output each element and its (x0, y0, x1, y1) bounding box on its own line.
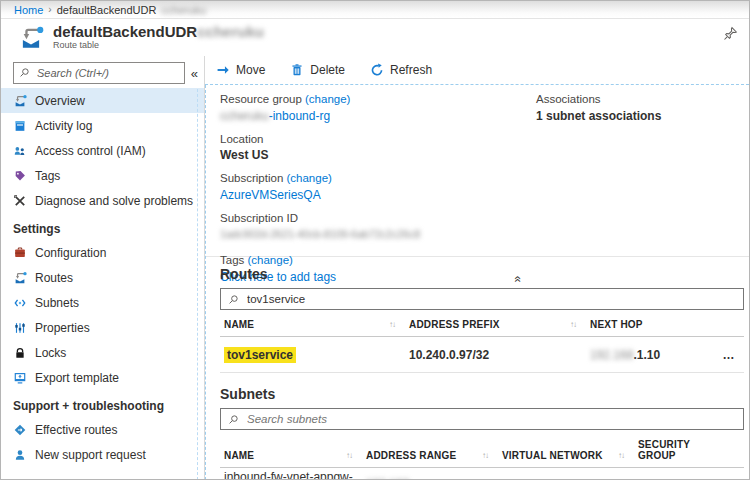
delete-label: Delete (310, 63, 345, 77)
pin-icon[interactable] (723, 26, 738, 41)
sidebar-item-locks[interactable]: Locks (1, 340, 204, 365)
route-address-prefix: 10.240.0.97/32 (409, 348, 590, 362)
page-title-masked: ccheruku (197, 23, 264, 40)
sidebar-item-label: Routes (35, 271, 73, 285)
breadcrumb: Home › defaultBackendUDRccheruku (1, 1, 749, 19)
associations-label: Associations (536, 92, 749, 108)
routes-table-header: NAME↑↓ ADDRESS PREFIX↑↓ NEXT HOP (220, 310, 744, 337)
sidebar-item-export-template[interactable]: Export template (1, 365, 204, 390)
subnets-search-input[interactable] (245, 412, 736, 426)
resource-group-change-link[interactable]: (change) (305, 93, 350, 105)
resource-group-link[interactable]: -inbound-rg (269, 109, 330, 123)
breadcrumb-separator: › (48, 4, 51, 15)
subnets-table-header: NAME↑↓ ADDRESS RANGE↑↓ VIRTUAL NETWORK↑↓… (220, 430, 744, 468)
tags-change-link[interactable]: (change) (248, 254, 293, 266)
sort-icon[interactable]: ↑↓ (346, 451, 352, 460)
move-label: Move (236, 63, 265, 77)
sidebar-item-label: Properties (35, 321, 90, 335)
subnets-icon (13, 296, 27, 310)
breadcrumb-current-masked: ccheruku (161, 4, 206, 16)
export-template-icon (13, 371, 27, 385)
diagnose-tools-icon (13, 194, 27, 208)
row-context-menu-icon[interactable]: … (714, 348, 744, 362)
subnets-col-security-group[interactable]: SECURITY GROUP (638, 439, 700, 461)
activity-log-icon (13, 119, 27, 133)
sidebar-search-input[interactable] (13, 62, 185, 84)
subnets-section: Subnets NAME↑↓ ADDRESS RANGE↑↓ VIRTUAL N… (206, 373, 749, 480)
route-next-hop-suffix: .1.10 (633, 348, 660, 362)
routes-col-next-hop[interactable]: NEXT HOP (590, 319, 643, 330)
move-arrow-icon (216, 63, 230, 77)
subscription-id-masked: 1adc902d-2621-40cb-8109-6ab72c2c26c8 (220, 227, 536, 242)
page-title: defaultBackendUDR (53, 23, 197, 40)
sidebar-item-properties[interactable]: Properties (1, 315, 204, 340)
search-icon (19, 67, 30, 78)
sidebar-item-effective-routes[interactable]: Effective routes (1, 417, 204, 442)
sidebar-item-label: Subnets (35, 296, 79, 310)
subnets-search-box (220, 408, 744, 430)
subscription-label: Subscription (220, 172, 283, 184)
sidebar-item-activity-log[interactable]: Activity log (1, 113, 204, 138)
overview-content: Resource group (change) ccheruku-inbound… (205, 85, 749, 480)
lock-icon (13, 346, 27, 360)
sidebar-item-configuration[interactable]: Configuration (1, 240, 204, 265)
sidebar-item-routes[interactable]: Routes (1, 265, 204, 290)
subnets-col-address-range[interactable]: ADDRESS RANGE (366, 450, 456, 461)
collapse-essentials-icon[interactable]: « (511, 276, 525, 283)
effective-routes-icon (13, 423, 27, 437)
sidebar-item-label: Configuration (35, 246, 106, 260)
main-panel: Move Delete Refresh Resource group (chan… (205, 56, 749, 480)
properties-sliders-icon (13, 321, 27, 335)
refresh-label: Refresh (390, 63, 432, 77)
route-next-hop-masked: 192.168 (590, 348, 633, 362)
sort-icon[interactable]: ↑↓ (618, 451, 624, 460)
sidebar-item-label: Activity log (35, 119, 92, 133)
access-control-icon (13, 144, 27, 158)
sidebar-nav: Overview Activity log Access control (IA… (1, 88, 204, 467)
sidebar-item-subnets[interactable]: Subnets (1, 290, 204, 315)
azure-portal-window: Home › defaultBackendUDRccheruku default… (0, 0, 750, 480)
location-label: Location (220, 132, 536, 148)
subnets-col-name[interactable]: NAME (224, 450, 254, 461)
sidebar-item-label: Locks (35, 346, 66, 360)
sidebar: « Overview Activity log Access control (… (1, 56, 205, 480)
essentials-left-column: Resource group (change) ccheruku-inbound… (220, 92, 536, 293)
associations-value: 1 subnet associations (536, 108, 749, 124)
refresh-button[interactable]: Refresh (370, 63, 432, 77)
page-titles: defaultBackendUDRccheruku Route table (53, 24, 264, 50)
table-row[interactable]: inbound-fw-vnet-appgw-sub... 192.168.3.0… (220, 468, 744, 480)
breadcrumb-home-link[interactable]: Home (14, 4, 43, 16)
sort-icon[interactable]: ↑↓ (482, 451, 488, 460)
subscription-id-label: Subscription ID (220, 211, 536, 227)
sidebar-item-access-control[interactable]: Access control (IAM) (1, 138, 204, 163)
sidebar-item-overview[interactable]: Overview (1, 88, 204, 113)
sidebar-item-new-support-request[interactable]: New support request (1, 442, 204, 467)
move-button[interactable]: Move (216, 63, 265, 77)
subnet-name: inbound-fw-vnet-appgw-sub... (224, 470, 366, 480)
sidebar-item-label: Export template (35, 371, 119, 385)
overview-icon (13, 94, 27, 108)
sidebar-item-label: Overview (35, 94, 85, 108)
delete-button[interactable]: Delete (290, 63, 345, 77)
subnets-col-virtual-network[interactable]: VIRTUAL NETWORK (502, 450, 603, 461)
sidebar-item-label: Tags (35, 169, 60, 183)
routes-icon (13, 271, 27, 285)
sidebar-item-tags[interactable]: Tags (1, 163, 204, 188)
sidebar-item-label: Access control (IAM) (35, 144, 146, 158)
sidebar-item-label: Effective routes (35, 423, 118, 437)
subscription-change-link[interactable]: (change) (287, 172, 332, 184)
table-row[interactable]: tov1service 10.240.0.97/32 192.168.1.10 … (220, 337, 744, 373)
subscription-link[interactable]: AzureVMSeriesQA (220, 188, 321, 202)
routes-col-address-prefix[interactable]: ADDRESS PREFIX (409, 319, 500, 330)
sort-icon[interactable]: ↑↓ (389, 320, 395, 329)
toolbar: Move Delete Refresh (205, 56, 749, 85)
resource-group-masked: ccheruku (220, 109, 269, 123)
location-value: West US (220, 147, 536, 163)
sort-icon[interactable]: ↑↓ (570, 320, 576, 329)
sidebar-item-diagnose[interactable]: Diagnose and solve problems (1, 188, 204, 213)
routes-col-name[interactable]: NAME (224, 319, 254, 330)
breadcrumb-current: defaultBackendUDR (57, 4, 157, 16)
page-subtitle: Route table (53, 41, 264, 50)
sidebar-collapse-icon[interactable]: « (188, 67, 201, 80)
routes-search-input[interactable] (245, 292, 736, 306)
